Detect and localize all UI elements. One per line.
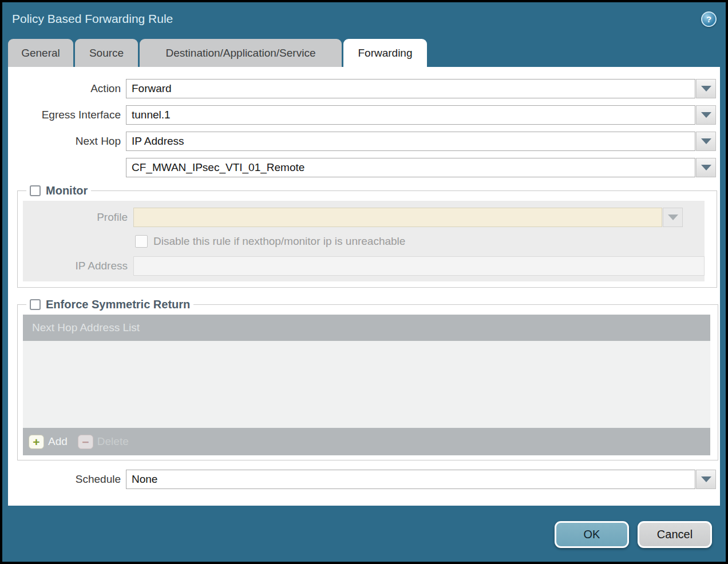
cancel-button[interactable]: Cancel [638, 521, 712, 548]
enforce-symmetric-return-label: Enforce Symmetric Return [46, 298, 190, 311]
tab-destination-application-service[interactable]: Destination/Application/Service [140, 39, 342, 67]
action-label: Action [8, 82, 121, 95]
profile-dropdown-button [663, 208, 683, 227]
chevron-down-icon [668, 215, 678, 220]
profile-field [133, 208, 662, 227]
next-hop-label: Next Hop [8, 135, 121, 148]
monitor-legend: Monitor [26, 184, 91, 197]
add-button-label: Add [48, 435, 68, 448]
ok-button[interactable]: OK [555, 521, 629, 548]
policy-based-forwarding-rule-dialog: Policy Based Forwarding Rule ? General S… [2, 2, 726, 548]
dialog-titlebar: Policy Based Forwarding Rule ? [2, 2, 726, 35]
enforce-symmetric-return-legend: Enforce Symmetric Return [26, 298, 193, 311]
action-row: Action Forward [8, 79, 720, 98]
add-button[interactable]: + Add [29, 435, 68, 449]
disable-rule-label: Disable this rule if nexthop/monitor ip … [153, 235, 405, 248]
plus-icon: + [29, 435, 44, 449]
egress-interface-select[interactable]: tunnel.1 [126, 105, 695, 125]
tab-bar: General Source Destination/Application/S… [2, 39, 726, 67]
disable-rule-checkbox [135, 235, 148, 248]
monitor-group: Monitor Profile Disable this rule if nex… [17, 184, 717, 288]
next-hop-address-list-header: Next Hop Address List [23, 315, 710, 341]
monitor-label: Monitor [46, 184, 88, 197]
enforce-symmetric-return-checkbox[interactable] [30, 299, 41, 310]
schedule-dropdown-button[interactable] [696, 470, 716, 489]
schedule-row: Schedule None [8, 470, 720, 489]
schedule-label: Schedule [8, 473, 121, 486]
forwarding-tab-panel: Action Forward Egress Interface tunnel.1… [8, 67, 720, 506]
monitor-checkbox[interactable] [30, 185, 41, 196]
monitor-ip-address-field [133, 256, 705, 276]
next-hop-type-dropdown-button[interactable] [696, 132, 716, 151]
delete-button: − Delete [78, 435, 129, 449]
egress-interface-row: Egress Interface tunnel.1 [8, 105, 720, 125]
next-hop-address-field[interactable]: CF_MWAN_IPsec_VTI_01_Remote [126, 158, 695, 177]
tab-general[interactable]: General [8, 39, 73, 67]
tab-source[interactable]: Source [75, 39, 138, 67]
action-dropdown-button[interactable] [696, 79, 716, 98]
next-hop-address-list-body [23, 341, 710, 428]
egress-interface-label: Egress Interface [8, 109, 121, 121]
next-hop-type-select[interactable]: IP Address [126, 132, 695, 151]
egress-interface-dropdown-button[interactable] [696, 105, 716, 125]
help-icon[interactable]: ? [701, 11, 717, 27]
schedule-select[interactable]: None [126, 470, 695, 489]
profile-row: Profile [23, 208, 705, 227]
chevron-down-icon [701, 112, 711, 118]
chevron-down-icon [701, 165, 711, 170]
next-hop-address-row: CF_MWAN_IPsec_VTI_01_Remote [8, 158, 720, 177]
monitor-ip-address-label: IP Address [23, 260, 128, 272]
tab-forwarding[interactable]: Forwarding [343, 39, 427, 67]
chevron-down-icon [701, 138, 711, 144]
monitor-panel: Profile Disable this rule if nexthop/mon… [23, 201, 705, 281]
action-select[interactable]: Forward [126, 79, 695, 98]
dialog-title: Policy Based Forwarding Rule [12, 12, 173, 26]
next-hop-row: Next Hop IP Address [8, 132, 720, 151]
enforce-symmetric-return-group: Enforce Symmetric Return Next Hop Addres… [17, 298, 718, 460]
next-hop-address-list-footer: + Add − Delete [23, 428, 710, 455]
minus-icon: − [78, 435, 93, 449]
chevron-down-icon [701, 476, 711, 482]
delete-button-label: Delete [97, 435, 129, 448]
next-hop-address-list-table: Next Hop Address List + Add − Delete [23, 315, 710, 455]
profile-label: Profile [23, 211, 128, 224]
monitor-ip-address-row: IP Address [23, 256, 705, 276]
chevron-down-icon [701, 86, 711, 92]
disable-rule-row: Disable this rule if nexthop/monitor ip … [135, 235, 705, 248]
next-hop-address-dropdown-button[interactable] [696, 158, 716, 177]
dialog-footer: OK Cancel [2, 521, 726, 548]
